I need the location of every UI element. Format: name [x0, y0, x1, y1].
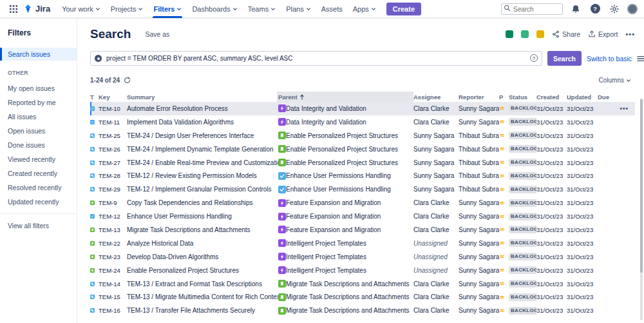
- sidebar-item-resolved-recently[interactable]: Resolved recently: [0, 181, 77, 194]
- app-switcher-icon[interactable]: [6, 2, 21, 16]
- table-row[interactable]: TEM-28TEM-12 / Review Existing Permissio…: [90, 169, 635, 182]
- issue-summary[interactable]: TEM-24 / Implement Dynamic Template Gene…: [127, 146, 278, 153]
- issue-parent[interactable]: Enable Personalized Project Structures: [278, 145, 413, 153]
- nav-item-projects[interactable]: Projects: [106, 0, 149, 18]
- sidebar-item-search-issues[interactable]: Search issues: [0, 48, 77, 61]
- column-header-due[interactable]: Due: [598, 92, 614, 102]
- save-as-button[interactable]: Save as: [141, 28, 173, 41]
- issue-key[interactable]: TEM-23: [99, 253, 127, 260]
- issue-key[interactable]: TEM-9: [99, 199, 127, 206]
- column-header-parent[interactable]: Parent: [277, 92, 413, 102]
- table-row[interactable]: TEM-23Develop Data-Driven AlgorithmsInte…: [90, 250, 635, 264]
- sidebar-item-created-recently[interactable]: Created recently: [0, 166, 77, 180]
- issue-parent[interactable]: Migrate Task Descriptions and Attachment…: [278, 307, 413, 315]
- jql-query-input[interactable]: [90, 51, 542, 66]
- view-options-button[interactable]: [637, 55, 644, 63]
- table-row[interactable]: TEM-27TEM-24 / Enable Real-time Preview …: [90, 156, 635, 170]
- jira-logo[interactable]: Jira: [22, 4, 55, 14]
- table-row[interactable]: TEM-26TEM-24 / Implement Dynamic Templat…: [90, 142, 635, 156]
- sidebar-item-open-issues[interactable]: Open issues: [0, 124, 77, 137]
- share-button[interactable]: Share: [552, 30, 580, 38]
- issue-key[interactable]: TEM-29: [99, 186, 127, 193]
- vertical-scrollbar[interactable]: [640, 98, 643, 320]
- column-header-status[interactable]: Status: [509, 92, 536, 102]
- sidebar-item-done-issues[interactable]: Done issues: [0, 138, 77, 152]
- sidebar-item-reported-by-me[interactable]: Reported by me: [0, 95, 77, 109]
- search-submit-button[interactable]: Search: [547, 51, 582, 66]
- issue-key[interactable]: TEM-12: [99, 213, 127, 220]
- scrollbar-thumb[interactable]: [640, 99, 643, 273]
- row-actions-button[interactable]: •••: [614, 105, 635, 112]
- issue-summary[interactable]: Develop Data-Driven Algorithms: [127, 253, 278, 260]
- issue-parent[interactable]: Enhance User Permissions Handling: [278, 186, 413, 193]
- table-row[interactable]: TEM-24Enable Personalized Project Struct…: [90, 264, 635, 277]
- issue-summary[interactable]: Analyze Historical Data: [127, 240, 278, 247]
- column-header-p[interactable]: P: [499, 92, 509, 102]
- table-row[interactable]: TEM-15TEM-13 / Migrate Multimedia Conten…: [90, 290, 635, 304]
- issue-parent[interactable]: Intelligent Project Templates: [278, 266, 413, 274]
- column-header-summary[interactable]: Summary: [127, 92, 278, 102]
- table-row[interactable]: TEM-16TEM-13 / Transfer File Attachments…: [90, 304, 635, 317]
- issue-summary[interactable]: Migrate Task Descriptions and Attachment…: [127, 226, 278, 233]
- issue-parent[interactable]: Migrate Task Descriptions and Attachment…: [278, 280, 413, 288]
- create-button[interactable]: Create: [386, 3, 421, 15]
- issue-summary[interactable]: TEM-12 / Implement Granular Permission C…: [127, 186, 278, 193]
- switch-to-basic-link[interactable]: Switch to basic: [587, 55, 632, 63]
- table-row[interactable]: TEM-14TEM-13 / Extract and Format Task D…: [90, 277, 635, 291]
- issue-parent[interactable]: Enhance User Permissions Handling: [278, 172, 413, 180]
- jql-query-field[interactable]: ?: [90, 51, 542, 66]
- issue-key[interactable]: TEM-13: [99, 226, 127, 233]
- nav-item-dashboards[interactable]: Dashboards: [187, 0, 242, 18]
- issue-key[interactable]: TEM-15: [99, 293, 127, 300]
- nav-item-apps[interactable]: Apps: [348, 0, 381, 18]
- global-search[interactable]: [501, 3, 563, 15]
- sidebar-item-my-open-issues[interactable]: My open issues: [0, 81, 77, 95]
- notifications-bell-icon[interactable]: [569, 3, 582, 15]
- table-row[interactable]: TEM-29TEM-12 / Implement Granular Permis…: [90, 182, 635, 196]
- columns-button[interactable]: Columns: [599, 77, 635, 84]
- issue-key[interactable]: TEM-10: [99, 105, 127, 112]
- table-row[interactable]: TEM-25TEM-24 / Design User Preferences I…: [90, 129, 635, 142]
- table-row[interactable]: TEM-10Automate Error Resolution ProcessD…: [90, 102, 635, 115]
- issue-parent[interactable]: Migrate Task Descriptions and Attachment…: [278, 293, 413, 301]
- issue-key[interactable]: TEM-16: [99, 307, 127, 314]
- table-row[interactable]: TEM-11Implement Data Validation Algorith…: [90, 115, 635, 129]
- nav-item-plans[interactable]: Plans: [281, 0, 316, 18]
- issue-key[interactable]: TEM-27: [99, 159, 127, 166]
- issue-key[interactable]: TEM-11: [99, 119, 127, 126]
- issue-key[interactable]: TEM-25: [99, 132, 127, 139]
- column-header-assignee[interactable]: Assignee: [413, 92, 459, 102]
- jql-help-icon[interactable]: ?: [530, 54, 538, 62]
- issue-summary[interactable]: TEM-13 / Migrate Multimedia Content for …: [127, 293, 278, 300]
- column-header-t[interactable]: T: [90, 92, 99, 102]
- issue-summary[interactable]: Automate Error Resolution Process: [127, 105, 278, 112]
- export-button[interactable]: Export: [588, 30, 618, 38]
- nav-item-teams[interactable]: Teams: [243, 0, 281, 18]
- sheets-export-app-icon[interactable]: [536, 30, 544, 38]
- issue-key[interactable]: TEM-28: [99, 172, 127, 179]
- table-row[interactable]: TEM-13Migrate Task Descriptions and Atta…: [90, 223, 635, 237]
- issue-summary[interactable]: Enhance User Permissions Handling: [127, 213, 278, 220]
- issue-parent[interactable]: Feature Expansion and Migration: [278, 226, 413, 233]
- table-row[interactable]: TEM-12Enhance User Permissions HandlingF…: [90, 210, 635, 223]
- issue-summary[interactable]: Enable Personalized Project Structures: [127, 267, 278, 274]
- issue-parent[interactable]: Data Integrity and Validation: [278, 104, 413, 112]
- sidebar-item-view-all-filters[interactable]: View all filters: [0, 219, 77, 232]
- more-actions-button[interactable]: •••: [625, 30, 635, 38]
- issue-key[interactable]: TEM-26: [99, 146, 127, 153]
- nav-item-filters[interactable]: Filters: [148, 0, 187, 18]
- table-row[interactable]: TEM-9Copy Task Dependencies and Relation…: [90, 196, 635, 210]
- issue-key[interactable]: TEM-24: [99, 267, 127, 274]
- sidebar-item-updated-recently[interactable]: Updated recently: [0, 195, 77, 208]
- sidebar-item-viewed-recently[interactable]: Viewed recently: [0, 152, 77, 166]
- nav-item-assets[interactable]: Assets: [316, 0, 348, 18]
- column-header-updated[interactable]: Updated: [567, 92, 598, 102]
- issue-summary[interactable]: TEM-12 / Review Existing Permission Mode…: [127, 172, 278, 179]
- issue-key[interactable]: TEM-14: [99, 280, 127, 288]
- help-icon[interactable]: ?: [589, 3, 601, 15]
- refresh-icon[interactable]: [124, 77, 131, 84]
- issue-key[interactable]: TEM-22: [99, 240, 127, 247]
- excel-export-app-icon[interactable]: [521, 30, 529, 38]
- issue-parent[interactable]: Intelligent Project Templates: [278, 239, 413, 247]
- table-row[interactable]: TEM-22Analyze Historical DataIntelligent…: [90, 237, 635, 250]
